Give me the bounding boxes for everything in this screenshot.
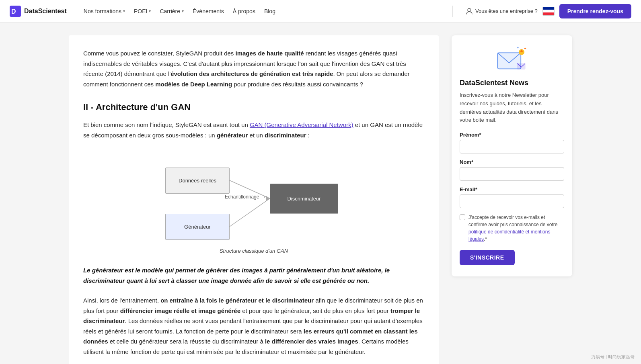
nav-links: Nos formations ▾ POEI ▾ Carrière ▾ Événe… (80, 6, 440, 17)
gan-diagram: Données réelles Générateur Discriminateu… (153, 151, 354, 244)
logo-text: DataScientest (24, 8, 67, 15)
diagram-caption: Structure classique d'un GAN (220, 248, 288, 254)
section-title: II - Architecture d'un GAN (83, 102, 424, 112)
watermark: 力易号 | 时尚玩家岳哥 (591, 354, 635, 360)
diagram-box-discriminateur: Discriminateur (270, 184, 338, 214)
user-icon (466, 8, 473, 15)
diagram-box-generateur: Générateur (165, 214, 230, 240)
consent-label: J'accepte de recevoir vos e-mails et con… (468, 214, 564, 243)
chevron-down-icon: ▾ (182, 9, 184, 13)
article-blockquote: Le générateur est le modèle qui permet d… (83, 265, 424, 286)
cta-button[interactable]: Prendre rendez-vous (559, 4, 631, 18)
privacy-link[interactable]: politique de confidentialité et mentions… (468, 229, 550, 242)
prenom-input[interactable] (460, 140, 564, 153)
svg-text:✦: ✦ (517, 46, 519, 49)
nav-item-carriere[interactable]: Carrière ▾ (156, 6, 188, 17)
nav-logo[interactable]: D DataScientest (10, 6, 67, 17)
chevron-down-icon: ▾ (149, 9, 151, 13)
chevron-down-icon: ▾ (123, 9, 125, 13)
intro-paragraph: Comme vous pouvez le constater, StyleGAN… (83, 48, 424, 89)
france-flag[interactable] (542, 7, 555, 16)
svg-line-4 (230, 198, 270, 227)
email-label: E-mail* (460, 186, 564, 192)
nav-divider (452, 6, 453, 17)
newsletter-description: Inscrivez-vous à notre Newsletter pour r… (460, 91, 564, 125)
nom-input[interactable] (460, 167, 564, 181)
gan-diagram-wrapper: Données réelles Générateur Discriminateu… (83, 151, 424, 254)
logo-icon: D (10, 6, 21, 17)
newsletter-icon: ✦ ✦ (496, 45, 528, 73)
prenom-field-group: Prénom* (460, 132, 564, 153)
nom-label: Nom* (460, 159, 564, 165)
enterprise-link[interactable]: Vous êtes une entreprise ? (466, 8, 538, 15)
consent-checkbox-row: J'accepte de recevoir vos e-mails et con… (460, 214, 564, 243)
svg-point-2 (468, 8, 471, 12)
diagram-box-donnees: Données réelles (165, 168, 230, 194)
newsletter-card: ✦ ✦ DataScientest News Inscrivez-vous à … (452, 35, 572, 276)
nav-item-poei[interactable]: POEI ▾ (130, 6, 155, 17)
subscribe-button[interactable]: S'INSCRIRE (460, 250, 515, 265)
nav-right: Vous êtes une entreprise ? Prendre rende… (466, 4, 631, 18)
navbar: D DataScientest Nos formations ▾ POEI ▾ … (0, 0, 641, 22)
newsletter-title: DataScientest News (460, 79, 564, 87)
paragraph-2: Ainsi, lors de l'entrainement, on entraî… (83, 295, 424, 357)
nav-item-formations[interactable]: Nos formations ▾ (80, 6, 129, 17)
email-field-group: E-mail* (460, 186, 564, 208)
gan-link[interactable]: GAN (Generative Adversarial Network) (250, 121, 353, 128)
nav-item-apropos[interactable]: À propos (229, 6, 259, 17)
prenom-label: Prénom* (460, 132, 564, 138)
sidebar: ✦ ✦ DataScientest News Inscrivez-vous à … (452, 35, 572, 276)
svg-text:D: D (11, 8, 16, 15)
svg-marker-5 (266, 196, 270, 201)
nom-field-group: Nom* (460, 159, 564, 181)
main-content: Comme vous pouvez le constater, StyleGAN… (69, 35, 439, 364)
consent-checkbox[interactable] (460, 215, 465, 220)
svg-text:✦: ✦ (524, 47, 527, 51)
section-paragraph-1: Et bien comme son nom l'indique, StyleGA… (83, 120, 424, 140)
nav-item-evenements[interactable]: Événements (189, 6, 228, 17)
nav-item-blog[interactable]: Blog (260, 6, 279, 17)
newsletter-icon-area: ✦ ✦ (460, 45, 564, 73)
diagram-arrow-label: Echantillonnage → (225, 194, 266, 200)
email-input[interactable] (460, 194, 564, 208)
